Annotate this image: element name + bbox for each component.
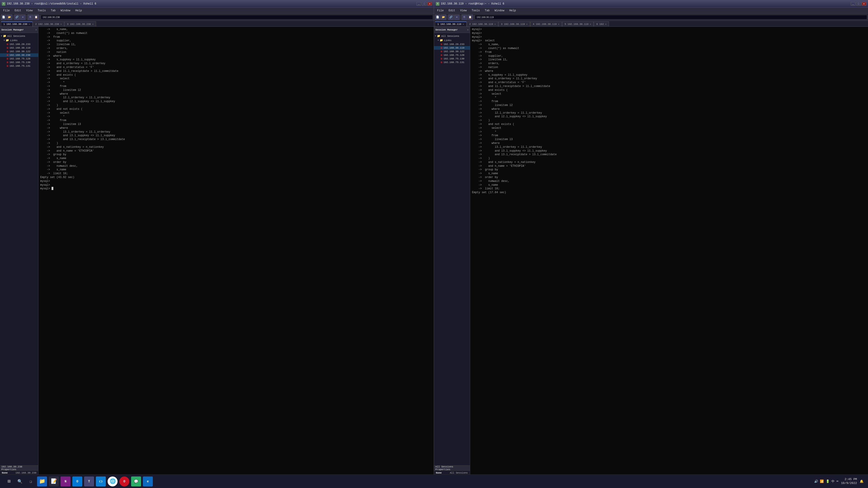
left-tab-2-close[interactable]: ✕: [60, 23, 62, 26]
terminal-line: -> and exists (: [472, 88, 508, 92]
right-menu-file[interactable]: File: [435, 8, 446, 13]
left-tree-server-6[interactable]: 🖥 192.168.75.130: [0, 61, 38, 64]
right-tab-3[interactable]: 3 192.168.30.119 ✕: [498, 22, 530, 26]
left-menu-tab[interactable]: Tab: [49, 8, 58, 13]
right-menu-edit[interactable]: Edit: [446, 8, 458, 13]
left-tab-3-close[interactable]: ✕: [92, 23, 94, 26]
right-toolbar-paste[interactable]: 📋: [467, 14, 473, 20]
left-tab-2[interactable]: 2 192.168.30.238 ✕: [33, 22, 64, 26]
right-toolbar-connect[interactable]: 🔗: [448, 14, 454, 20]
right-window-controls[interactable]: _ □ ✕: [851, 2, 866, 6]
taskbar-explorer[interactable]: 📁: [37, 477, 47, 486]
left-menu-window[interactable]: Window: [58, 8, 72, 13]
left-tree-links[interactable]: ▼ 📁 Links: [0, 38, 38, 42]
taskbar-outlook[interactable]: O: [72, 477, 82, 486]
right-tab-6-close[interactable]: ✕: [605, 23, 607, 26]
right-tab-5[interactable]: 5 192.168.30.119 ✕: [562, 22, 594, 26]
terminal-line: -> where: [472, 69, 493, 73]
right-tab-4[interactable]: 4 192.168.30.119 ✕: [530, 22, 562, 26]
right-minimize-btn[interactable]: _: [851, 2, 855, 6]
taskview-button[interactable]: ❑: [26, 477, 35, 486]
right-tab-2[interactable]: 2 192.168.30.119 ✕: [467, 22, 498, 26]
left-menu-edit[interactable]: Edit: [12, 8, 24, 13]
left-toolbar-connect[interactable]: 🔗: [14, 14, 20, 20]
left-menu-help[interactable]: Help: [73, 8, 84, 13]
right-tree-server-5-label: 192.168.75.130: [443, 57, 464, 60]
right-toolbar-new[interactable]: 📄: [435, 14, 440, 20]
left-menu-tools[interactable]: Tools: [35, 8, 48, 13]
right-maximize-btn[interactable]: □: [856, 2, 861, 6]
right-tree-server-2[interactable]: 🖥 192.168.30.119: [434, 46, 470, 50]
right-menu-tab[interactable]: Tab: [483, 8, 492, 13]
left-toolbar-disconnect[interactable]: ✕: [20, 14, 26, 20]
left-tree-server-7[interactable]: 🖥 192.168.75.131: [0, 64, 38, 68]
left-address-bar[interactable]: [41, 15, 433, 20]
right-session-close[interactable]: ✕: [467, 28, 469, 31]
left-tree-server-4[interactable]: 🖥 192.168.30.238: [0, 53, 38, 57]
left-terminal-area[interactable]: -> s_name, -> count(*) as numwait -> fro…: [38, 27, 434, 488]
left-toolbar-paste[interactable]: 📋: [33, 14, 39, 20]
right-toolbar-sep1: [447, 15, 447, 20]
right-menu-view[interactable]: View: [458, 8, 469, 13]
left-session-close[interactable]: ✕: [35, 28, 37, 31]
left-toolbar-open[interactable]: 📂: [7, 14, 12, 20]
left-tree-server-1[interactable]: 🖥 192.168.20.233: [0, 42, 38, 46]
right-close-btn[interactable]: ✕: [862, 2, 866, 6]
left-tree-server-2[interactable]: 🖥 192.168.30.119: [0, 46, 38, 50]
right-tab-2-close[interactable]: ✕: [494, 23, 496, 26]
right-terminal-area[interactable]: mysql>mysql>mysql>mysql> select -> s_nam…: [470, 27, 868, 488]
left-tree-server-5[interactable]: 🖥 192.168.75.128: [0, 57, 38, 61]
left-window-controls[interactable]: _ □ ✕: [416, 2, 432, 6]
left-close-btn[interactable]: ✕: [428, 2, 432, 6]
left-minimize-btn[interactable]: _: [416, 2, 421, 6]
right-tab-1-close[interactable]: ✕: [463, 23, 464, 26]
right-tree-server-5[interactable]: 🖥 192.168.75.130: [434, 57, 470, 61]
search-button[interactable]: 🔍: [16, 477, 24, 486]
left-tree-server-3[interactable]: 🖥 192.168.30.122: [0, 50, 38, 53]
left-content-area: Session Manager ✕ ▼ 📁 All Sessions ▼ 📁 L…: [0, 27, 434, 488]
left-toolbar-new[interactable]: 📄: [1, 14, 6, 20]
left-terminal-content[interactable]: -> s_name, -> count(*) as numwait -> fro…: [38, 27, 434, 483]
right-toolbar-copy[interactable]: ⎘: [462, 14, 467, 20]
taskbar-teams[interactable]: T: [84, 477, 94, 486]
left-menu-file[interactable]: File: [1, 8, 12, 13]
right-tree-server-3[interactable]: 🖥 192.168.30.122: [434, 50, 470, 53]
right-xshell-panel: X 192.168.30.119 - root@htap:~ - Xshell …: [434, 0, 868, 488]
taskbar-edge[interactable]: e: [143, 477, 153, 486]
taskbar-onenote[interactable]: N: [61, 477, 70, 486]
right-toolbar-open[interactable]: 📂: [441, 14, 446, 20]
right-toolbar-disconnect[interactable]: ✕: [454, 14, 460, 20]
left-tree-all-sessions[interactable]: ▼ 📁 All Sessions: [0, 34, 38, 38]
left-menu-view[interactable]: View: [24, 8, 35, 13]
taskbar-notepad[interactable]: 📝: [49, 477, 59, 486]
terminal-line: -> and l3.l_suppkey <> l1.l_suppkey: [40, 134, 115, 138]
right-tab-3-close[interactable]: ✕: [526, 23, 528, 26]
right-tree-links[interactable]: ▼ 📁 Links: [434, 38, 470, 42]
left-tab-1[interactable]: 1 192.168.30.238 ✕: [1, 22, 33, 26]
taskbar-notification[interactable]: 🔔: [860, 480, 864, 483]
right-menu-help[interactable]: Help: [507, 8, 518, 13]
right-tree-server-6[interactable]: 🖥 192.168.75.131: [434, 61, 470, 64]
right-tree-all-sessions[interactable]: ▼ 📁 All Sessions: [434, 34, 470, 38]
right-tab-6[interactable]: 6 192 ✕: [594, 22, 609, 26]
right-terminal-content[interactable]: mysql>mysql>mysql>mysql> select -> s_nam…: [470, 27, 868, 483]
left-tab-3[interactable]: 3 192.168.30.238 ✕: [64, 22, 96, 26]
start-button[interactable]: ⊞: [4, 477, 13, 486]
taskbar-wechat[interactable]: 💬: [131, 477, 141, 486]
right-tab-4-close[interactable]: ✕: [558, 23, 559, 26]
taskbar-opera[interactable]: O: [119, 477, 129, 486]
left-toolbar-copy[interactable]: ⎘: [28, 14, 33, 20]
right-address-bar[interactable]: [475, 15, 867, 20]
right-menu-window[interactable]: Window: [492, 8, 506, 13]
right-session-panel: Session Manager ✕ ▼ 📁 All Sessions ▼ 📁 L…: [434, 27, 470, 488]
taskbar-chrome[interactable]: 🌐: [107, 477, 118, 486]
right-tab-1[interactable]: 1 192.168.30.119 ✕: [435, 22, 467, 26]
left-maximize-btn[interactable]: □: [422, 2, 427, 6]
taskbar: ⊞ 🔍 ❑ 📁 📝 N O T ❮❯ 🌐 O 💬 e 🔊 📶 🔋 中 ⌨ 2:4…: [0, 475, 868, 488]
right-tree-server-1[interactable]: 🖥 192.168.20.233: [434, 42, 470, 46]
right-tab-5-close[interactable]: ✕: [590, 23, 591, 26]
right-menu-tools[interactable]: Tools: [469, 8, 482, 13]
right-tree-server-4[interactable]: 🖥 192.168.75.128: [434, 53, 470, 57]
left-tab-1-close[interactable]: ✕: [29, 23, 30, 26]
taskbar-vscode[interactable]: ❮❯: [96, 477, 106, 486]
